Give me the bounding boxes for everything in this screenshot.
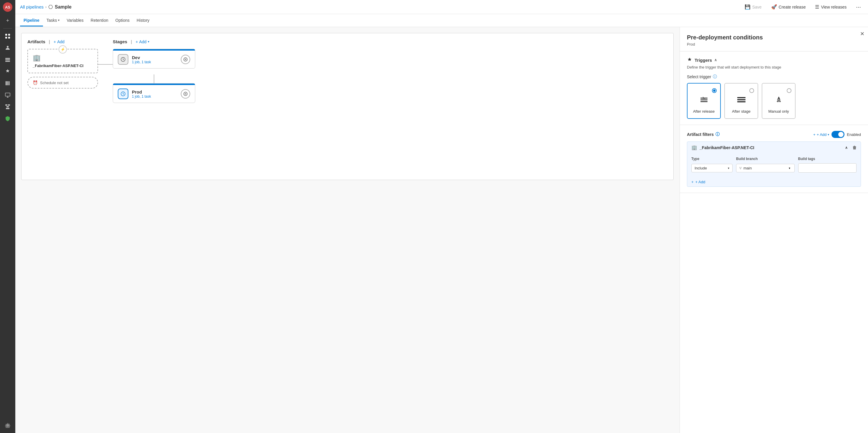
tab-pipeline[interactable]: Pipeline (20, 15, 43, 27)
stage-dev-name: Dev (132, 55, 177, 60)
dashboard-icon[interactable] (2, 31, 13, 41)
avatar[interactable]: AS (3, 2, 12, 12)
svg-point-4 (7, 46, 8, 48)
schedule-card[interactable]: ⏰ Schedule not set (27, 77, 98, 89)
triggers-title: Triggers (694, 58, 712, 63)
create-release-button[interactable]: 🚀 Create release (769, 3, 808, 11)
monitor-icon[interactable] (2, 90, 13, 100)
after-stage-label: After stage (732, 109, 750, 113)
panel-subtitle: Prod (687, 42, 861, 46)
svg-rect-11 (5, 93, 10, 96)
triggers-chevron-icon: ∧ (714, 58, 717, 62)
stages-column: Dev 1 job, 1 task (113, 49, 668, 109)
branch-dropdown-button[interactable]: ▾ (787, 166, 792, 170)
stage-dev-post-deployment-icon[interactable] (181, 55, 190, 64)
plus-icon[interactable]: + (2, 15, 13, 26)
svg-rect-10 (9, 81, 10, 85)
stage-prod-post-deployment-icon[interactable] (181, 89, 190, 99)
svg-rect-22 (701, 101, 708, 102)
builds-icon[interactable] (2, 55, 13, 65)
stage-prod-body: Prod 1 job, 1 task (113, 85, 195, 103)
artifacts-title: Artifacts (27, 39, 45, 44)
toggle-label: Enabled (847, 132, 861, 137)
branch-input[interactable]: ⑂ main ▾ (736, 164, 795, 172)
h-connector (98, 39, 113, 174)
toggle-thumb (838, 132, 843, 137)
stage-dev-tasks[interactable]: 1 job, 1 task (132, 60, 177, 64)
type-select-value: Include (694, 166, 707, 170)
trigger-option-manual-only[interactable]: Manual only (762, 83, 796, 119)
stage-prod-name: Prod (132, 90, 177, 94)
artifact-filters-title: Artifact filters ⓘ (687, 132, 811, 137)
artifact-name: _FabrikamFiber-ASP.NET-CI (33, 64, 83, 68)
branch-value: main (743, 166, 752, 170)
artifact-filters-info-icon[interactable]: ⓘ (715, 132, 720, 137)
topbar: All pipelines › ⎔ Sample 💾 Save 🚀 Create… (15, 0, 868, 14)
svg-rect-8 (6, 81, 7, 85)
add-filter-row-button[interactable]: + + Add (687, 176, 861, 187)
artifacts-section: Artifacts | + Add ⚡ 🏢 _FabrikamFiber-ASP… (27, 39, 98, 174)
stage-card-prod: Prod 1 job, 1 task (113, 83, 195, 103)
add-artifact-button[interactable]: + Add (54, 39, 64, 44)
stage-dev-body: Dev 1 job, 1 task (113, 51, 195, 68)
panel-close-button[interactable]: ✕ (860, 31, 865, 37)
more-options-button[interactable]: ··· (854, 2, 863, 11)
type-select[interactable]: Include ▾ (691, 164, 733, 172)
artifact-card[interactable]: ⚡ 🏢 _FabrikamFiber-ASP.NET-CI (27, 49, 98, 73)
stage-dev-info: Dev 1 job, 1 task (132, 55, 177, 64)
svg-rect-2 (5, 37, 7, 38)
filter-expand-icon[interactable]: ∧ (845, 145, 848, 150)
add-stage-chevron-icon: ▾ (148, 40, 149, 43)
tab-tasks[interactable]: Tasks ▾ (43, 15, 63, 27)
tab-variables[interactable]: Variables (63, 15, 87, 27)
pipeline-title: Sample (55, 4, 71, 10)
nav-tabs: Pipeline Tasks ▾ Variables Retention Opt… (15, 14, 868, 27)
stages-section: Stages | + Add ▾ (113, 39, 668, 174)
tab-history[interactable]: History (133, 15, 153, 27)
stages-title: Stages (113, 39, 127, 44)
add-filter-plus-icon: + (813, 132, 815, 137)
tab-retention[interactable]: Retention (87, 15, 112, 27)
schedule-icon: ⏰ (33, 80, 38, 85)
add-stage-plus-icon: + (135, 39, 138, 44)
trigger-option-after-release[interactable]: After release (687, 83, 721, 119)
after-stage-icon (737, 95, 746, 107)
trigger-option-after-stage[interactable]: After stage (724, 83, 758, 119)
filter-delete-icon[interactable]: 🗑 (852, 145, 857, 150)
add-artifact-filter-button[interactable]: + + Add ▾ (813, 132, 829, 137)
svg-rect-5 (5, 58, 10, 59)
filter-card: 🏢 _FabrikamFiber-ASP.NET-CI ∧ 🗑 Type Bui… (687, 141, 861, 187)
schedule-label: Schedule not set (40, 80, 69, 85)
add-artifact-plus-icon: + (54, 39, 56, 44)
stage-dev-pre-deployment-icon[interactable] (118, 54, 128, 65)
library-icon[interactable] (2, 78, 13, 89)
create-release-icon: 🚀 (771, 4, 777, 10)
after-release-icon (699, 95, 709, 107)
tab-options[interactable]: Options (112, 15, 133, 27)
rocket-icon[interactable] (2, 66, 13, 77)
triggers-section-header[interactable]: Triggers ∧ (687, 57, 861, 63)
shield-icon[interactable] (2, 113, 13, 124)
stage-card-dev: Dev 1 job, 1 task (113, 49, 195, 69)
svg-rect-23 (737, 97, 745, 98)
manual-only-label: Manual only (768, 109, 789, 113)
filter-card-header: 🏢 _FabrikamFiber-ASP.NET-CI ∧ 🗑 (687, 142, 861, 153)
save-button[interactable]: 💾 Save (742, 3, 764, 11)
radio-after-stage (749, 88, 754, 93)
stage-prod-tasks[interactable]: 1 job, 1 task (132, 94, 177, 99)
artifact-filters-toggle[interactable] (832, 131, 844, 138)
svg-rect-9 (7, 81, 8, 85)
settings-icon[interactable] (2, 420, 13, 431)
triggers-icon (687, 57, 692, 63)
view-releases-button[interactable]: ☰ View releases (813, 3, 849, 11)
radio-manual-only (787, 88, 792, 93)
stages-header: Stages | + Add ▾ (113, 39, 668, 44)
svg-rect-12 (5, 104, 7, 106)
add-stage-button[interactable]: + Add ▾ (135, 39, 149, 44)
pipeline-nav-icon[interactable] (2, 101, 13, 112)
stage-prod-pre-deployment-icon[interactable] (118, 89, 128, 99)
people-icon[interactable] (2, 43, 13, 53)
select-trigger-info-icon[interactable]: ⓘ (713, 74, 717, 79)
breadcrumb-all-pipelines[interactable]: All pipelines (20, 4, 43, 9)
tags-input[interactable] (798, 163, 857, 173)
